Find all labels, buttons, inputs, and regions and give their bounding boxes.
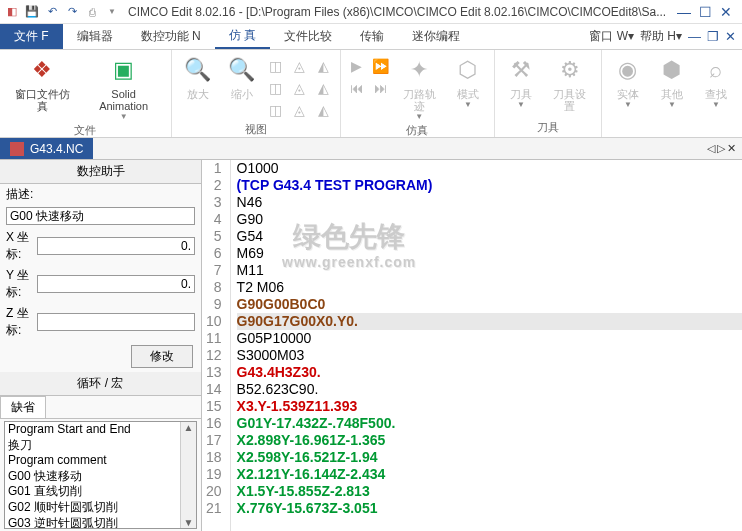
- code-body[interactable]: O1000(TCP G43.4 TEST PROGRAM)N46G90G54M6…: [231, 160, 742, 531]
- btn-find[interactable]: ⌕查找▼: [696, 52, 736, 121]
- z-input[interactable]: [37, 313, 195, 331]
- btn-other[interactable]: ⬢其他▼: [652, 52, 692, 121]
- redo-icon[interactable]: ↷: [64, 4, 80, 20]
- list-item[interactable]: Program Start and End: [5, 422, 196, 438]
- desc-input[interactable]: [6, 207, 195, 225]
- play-icon[interactable]: ▶: [347, 56, 367, 76]
- btn-mode[interactable]: ⬡模式▼: [448, 52, 488, 121]
- line-gutter: 123456789101112131415161718192021: [202, 160, 231, 531]
- code-line[interactable]: G43.4H3Z30.: [237, 364, 742, 381]
- menu-editor[interactable]: 编辑器: [63, 24, 127, 49]
- btn-tool-settings[interactable]: ⚙刀具设置: [545, 52, 595, 118]
- list-item[interactable]: Program comment: [5, 453, 196, 469]
- btn-zoom-out[interactable]: 🔍缩小: [222, 52, 262, 120]
- undo-icon[interactable]: ↶: [44, 4, 60, 20]
- toolset-icon: ⚙: [554, 54, 586, 86]
- btn-toolpath[interactable]: ✦刀路轨迹▼: [395, 52, 444, 121]
- tab-next-icon[interactable]: ▷: [717, 142, 725, 155]
- mode-icon: ⬡: [452, 54, 484, 86]
- cube2-icon[interactable]: ◫: [266, 78, 286, 98]
- code-line[interactable]: G05P10000: [237, 330, 742, 347]
- menu-compare[interactable]: 文件比较: [270, 24, 346, 49]
- iso2-icon[interactable]: ◬: [290, 78, 310, 98]
- btn-solid-body[interactable]: ◉实体▼: [608, 52, 648, 121]
- btn-solid-animation[interactable]: ▣ Solid Animation ▼: [83, 52, 165, 121]
- cube1-icon[interactable]: ◫: [266, 56, 286, 76]
- close2-button[interactable]: ✕: [725, 29, 736, 44]
- ff-icon[interactable]: ⏩: [371, 56, 391, 76]
- iso6-icon[interactable]: ◭: [314, 100, 334, 120]
- code-line[interactable]: O1000: [237, 160, 742, 177]
- view-small-buttons: ◫ ◫ ◫: [266, 52, 286, 120]
- ribbon-group-file: ❖ 窗口文件仿真 ▣ Solid Animation ▼ 文件: [0, 50, 172, 137]
- modify-button[interactable]: 修改: [131, 345, 193, 368]
- scroll-up-icon[interactable]: ▲: [184, 422, 194, 433]
- step-fwd-icon[interactable]: ⏭: [371, 78, 391, 98]
- btn-window-file-sim[interactable]: ❖ 窗口文件仿真: [6, 52, 79, 121]
- code-line[interactable]: X3.Y-1.539Z11.393: [237, 398, 742, 415]
- step-back-icon[interactable]: ⏮: [347, 78, 367, 98]
- save-icon[interactable]: 💾: [24, 4, 40, 20]
- iso1-icon[interactable]: ◬: [290, 56, 310, 76]
- print-icon[interactable]: ⎙: [84, 4, 100, 20]
- macro-listbox[interactable]: ▲▼ Program Start and End换刀Program commen…: [4, 421, 197, 529]
- code-line[interactable]: M69: [237, 245, 742, 262]
- minimize2-button[interactable]: —: [688, 29, 701, 44]
- menu-transfer[interactable]: 传输: [346, 24, 398, 49]
- iso5-icon[interactable]: ◭: [314, 78, 334, 98]
- desc-label: 描述:: [6, 186, 56, 203]
- menu-simulation[interactable]: 仿 真: [215, 24, 270, 49]
- tab-close-icon[interactable]: ✕: [727, 142, 736, 155]
- menu-nc[interactable]: 数控功能 N: [127, 24, 215, 49]
- z-label: Z 坐标:: [6, 305, 33, 339]
- window-controls: — ☐ ✕: [677, 4, 738, 20]
- iso4-icon[interactable]: ◭: [314, 56, 334, 76]
- code-line[interactable]: X2.598Y-16.521Z-1.94: [237, 449, 742, 466]
- code-line[interactable]: X1.5Y-15.855Z-2.813: [237, 483, 742, 500]
- maximize-button[interactable]: ☐: [699, 4, 712, 20]
- code-line[interactable]: G90G17G00X0.Y0.: [237, 313, 742, 330]
- code-line[interactable]: N46: [237, 194, 742, 211]
- btn-zoom-in[interactable]: 🔍放大: [178, 52, 218, 120]
- x-label: X 坐标:: [6, 229, 33, 263]
- cube3-icon[interactable]: ◫: [266, 100, 286, 120]
- code-line[interactable]: G01Y-17.432Z-.748F500.: [237, 415, 742, 432]
- y-input[interactable]: [37, 275, 195, 293]
- dropdown-icon[interactable]: ▼: [104, 4, 120, 20]
- code-line[interactable]: T2 M06: [237, 279, 742, 296]
- scrollbar[interactable]: ▲▼: [180, 422, 196, 528]
- code-line[interactable]: X.776Y-15.673Z-3.051: [237, 500, 742, 517]
- btn-tool[interactable]: ⚒刀具▼: [501, 52, 541, 118]
- code-line[interactable]: G90: [237, 211, 742, 228]
- list-item[interactable]: G03 逆时针圆弧切削: [5, 516, 196, 529]
- close-button[interactable]: ✕: [720, 4, 732, 20]
- tab-prev-icon[interactable]: ◁: [707, 142, 715, 155]
- desc-row: 描述:: [0, 184, 201, 205]
- list-item[interactable]: 换刀: [5, 438, 196, 454]
- menu-help[interactable]: 帮助 H▾: [640, 28, 682, 45]
- list-item[interactable]: G00 快速移动: [5, 469, 196, 485]
- code-editor[interactable]: 绿色先锋 www.greenxf.com 1234567891011121314…: [202, 160, 742, 531]
- code-line[interactable]: B52.623C90.: [237, 381, 742, 398]
- x-input[interactable]: [37, 237, 195, 255]
- minimize-button[interactable]: —: [677, 4, 691, 20]
- code-line[interactable]: G54: [237, 228, 742, 245]
- code-line[interactable]: X2.898Y-16.961Z-1.365: [237, 432, 742, 449]
- code-line[interactable]: (TCP G43.4 TEST PROGRAM): [237, 177, 742, 194]
- ribbon-group-tool: ⚒刀具▼ ⚙刀具设置 刀具: [495, 50, 602, 137]
- iso3-icon[interactable]: ◬: [290, 100, 310, 120]
- file-tab[interactable]: G43.4.NC: [0, 138, 93, 159]
- macro-tab-default[interactable]: 缺省: [0, 396, 46, 418]
- menu-file[interactable]: 文件 F: [0, 24, 63, 49]
- restore-button[interactable]: ❐: [707, 29, 719, 44]
- code-line[interactable]: X2.121Y-16.144Z-2.434: [237, 466, 742, 483]
- code-line[interactable]: M11: [237, 262, 742, 279]
- code-line[interactable]: S3000M03: [237, 347, 742, 364]
- menu-window[interactable]: 窗口 W▾: [589, 28, 634, 45]
- scroll-down-icon[interactable]: ▼: [184, 517, 194, 528]
- list-item[interactable]: G01 直线切削: [5, 484, 196, 500]
- ribbon-group-extra: ◉实体▼ ⬢其他▼ ⌕查找▼: [602, 50, 742, 137]
- code-line[interactable]: G90G00B0C0: [237, 296, 742, 313]
- list-item[interactable]: G02 顺时针圆弧切削: [5, 500, 196, 516]
- menu-miniprog[interactable]: 迷你编程: [398, 24, 474, 49]
